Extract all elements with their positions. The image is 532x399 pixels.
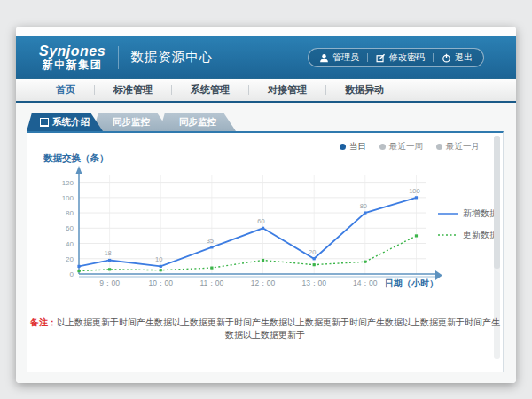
time-filter-option-2[interactable]: 最近一月 (436, 141, 480, 153)
legend-line-sample (437, 210, 458, 217)
svg-text:10：00: 10：00 (149, 278, 174, 287)
svg-text:20: 20 (309, 248, 316, 256)
radio-selected-icon (340, 144, 346, 150)
svg-text:日期（小时）: 日期（小时） (385, 278, 438, 288)
tab-bar: 系统介绍同步监控同步监控 (27, 113, 226, 131)
time-filter-option-1[interactable]: 最近一周 (379, 141, 423, 153)
svg-text:80: 80 (66, 209, 74, 217)
nav-item-0[interactable]: 首页 (37, 83, 94, 97)
svg-text:100: 100 (62, 194, 74, 202)
content-area: 系统介绍同步监控同步监控 当日最近一周最近一月 数据交换（条） 02040608… (16, 103, 516, 383)
svg-text:60: 60 (257, 217, 264, 225)
line-chart: 0204060801001201810356020801009：0010：001… (45, 164, 462, 297)
svg-text:9：00: 9：00 (99, 278, 120, 287)
svg-text:18: 18 (104, 249, 111, 257)
brand-logo: Synjones 新中新集团 (39, 43, 106, 71)
desktop-background: Synjones 新中新集团 数据资源中心 管理员 (0, 0, 532, 399)
y-axis-title: 数据交换（条） (43, 153, 109, 165)
svg-text:120: 120 (62, 179, 74, 187)
legend-item-0[interactable]: 新增数据 (437, 207, 498, 220)
app-title: 数据资源中心 (130, 49, 213, 66)
nav-item-1[interactable]: 标准管理 (95, 83, 171, 97)
svg-text:100: 100 (409, 187, 420, 195)
footnote-text: 以上数据更新于时间产生数据以上数据更新于时间产生数据以上数据更新于时间产生数据以… (57, 317, 500, 340)
svg-text:80: 80 (360, 202, 367, 210)
power-icon (442, 53, 451, 63)
tab-2[interactable]: 同步监控 (160, 113, 236, 131)
time-filter-label: 最近一月 (446, 141, 480, 153)
brand-company-name: 新中新集团 (39, 59, 106, 71)
nav-item-4[interactable]: 数据异动 (326, 83, 403, 97)
nav-item-3[interactable]: 对接管理 (249, 83, 325, 97)
svg-text:14：00: 14：00 (353, 278, 378, 287)
svg-text:11：00: 11：00 (200, 278, 223, 287)
app-header: Synjones 新中新集团 数据资源中心 管理员 (16, 36, 516, 79)
nav-item-2[interactable]: 系统管理 (172, 83, 248, 97)
window-icon (40, 118, 49, 127)
current-user-button[interactable]: 管理员 (319, 51, 359, 64)
window-top-strip (16, 27, 516, 36)
legend-item-1[interactable]: 更新数据 (437, 229, 498, 241)
current-user-label: 管理员 (332, 51, 359, 64)
pill-divider (367, 53, 368, 62)
brand-divider (118, 46, 119, 69)
nav-list: 首页标准管理系统管理对接管理数据异动 (16, 79, 516, 101)
tab-1[interactable]: 同步监控 (93, 113, 169, 131)
svg-text:12：00: 12：00 (251, 278, 276, 287)
footnote: 备注：以上数据更新于时间产生数据以上数据更新于时间产生数据以上数据更新于时间产生… (27, 317, 503, 341)
tab-0[interactable]: 系统介绍 (27, 113, 103, 131)
brand-logo-text: Synjones (39, 43, 106, 59)
svg-text:20: 20 (66, 255, 74, 263)
radio-icon (379, 144, 386, 150)
change-password-label: 修改密码 (389, 51, 425, 64)
tab-label: 系统介绍 (52, 116, 90, 129)
svg-text:35: 35 (207, 237, 214, 245)
time-filter-label: 当日 (349, 141, 366, 153)
svg-text:60: 60 (66, 224, 74, 232)
user-icon (319, 53, 329, 63)
logout-button[interactable]: 退出 (442, 51, 473, 64)
time-filter-option-0[interactable]: 当日 (340, 141, 366, 153)
tab-label: 同步监控 (113, 116, 150, 129)
chart-panel: 当日最近一周最近一月 数据交换（条） 020406080100120181035… (27, 131, 504, 372)
legend-label: 更新数据 (463, 229, 498, 241)
pill-divider (433, 53, 434, 62)
user-toolbar: 管理员 修改密码 退出 (308, 48, 484, 67)
time-filter-label: 最近一周 (389, 141, 423, 153)
svg-text:13：00: 13：00 (301, 278, 326, 287)
logout-label: 退出 (455, 51, 473, 64)
time-range-filter: 当日最近一周最近一月 (340, 141, 480, 153)
change-password-button[interactable]: 修改密码 (376, 51, 425, 64)
app-window: Synjones 新中新集团 数据资源中心 管理员 (16, 27, 516, 383)
scrollbar-thumb[interactable] (494, 136, 500, 269)
svg-text:10: 10 (155, 255, 162, 263)
main-nav: 首页标准管理系统管理对接管理数据异动 (16, 79, 516, 104)
legend-label: 新增数据 (463, 207, 498, 220)
chart-legend: 新增数据更新数据 (437, 207, 498, 241)
radio-icon (436, 144, 442, 150)
footnote-label: 备注： (30, 317, 57, 327)
edit-icon (376, 53, 386, 63)
tab-label: 同步监控 (179, 116, 216, 129)
svg-text:0: 0 (70, 270, 74, 278)
svg-text:40: 40 (66, 240, 74, 248)
legend-line-sample (437, 231, 458, 239)
